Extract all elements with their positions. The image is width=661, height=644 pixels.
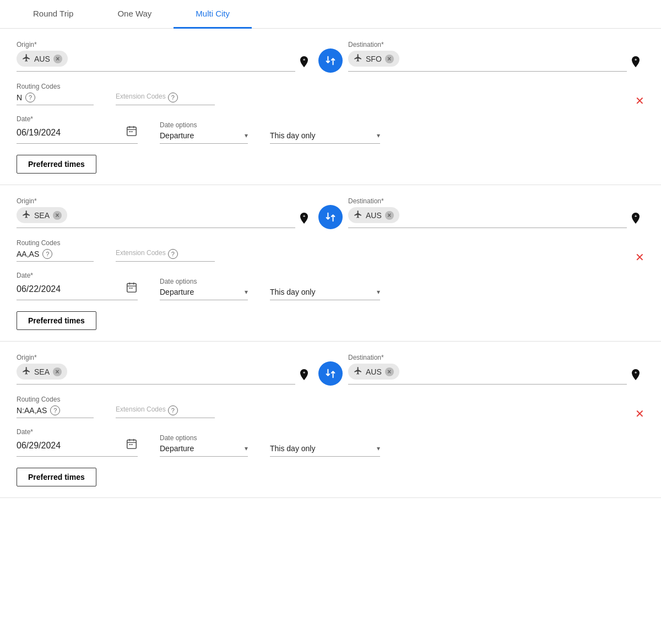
swap-btn-3[interactable] [318, 361, 343, 386]
destination-pin-3[interactable]: + [627, 357, 644, 381]
this-day-dropdown-icon-2: ▾ [377, 288, 380, 296]
destination-underline-1 [348, 71, 627, 72]
plane-icon-3 [22, 366, 31, 377]
date-value-2: 06/22/2024 [17, 284, 121, 294]
origin-close-btn-2[interactable]: × [53, 211, 62, 220]
extension-help-icon-3[interactable]: ? [168, 405, 178, 415]
origin-code-1: AUS [34, 55, 50, 63]
origin-chip-3[interactable]: SEA × [17, 364, 67, 380]
date-options-dropdown-icon-1: ▾ [245, 132, 248, 139]
origin-pin-3[interactable]: + [295, 357, 313, 381]
tab-round-trip[interactable]: Round Trip [11, 0, 95, 29]
tab-one-way[interactable]: One Way [95, 0, 174, 29]
this-day-placeholder-3: _ [270, 434, 380, 442]
routing-value-2: AA,AS [17, 250, 39, 258]
this-day-dropdown-icon-3: ▾ [377, 445, 380, 452]
destination-chip-3[interactable]: AUS × [348, 364, 399, 380]
extension-label-row-1: Extension Codes ? [116, 93, 215, 102]
extension-underline-2 [116, 261, 215, 262]
extension-help-icon-2[interactable]: ? [168, 249, 178, 259]
routing-help-icon-3[interactable]: ? [50, 405, 60, 415]
this-day-select-2[interactable]: This day only ▾ [270, 288, 380, 296]
date-field-2: Date* 06/22/2024 [17, 272, 138, 300]
calendar-icon-1[interactable] [126, 125, 138, 140]
destination-close-btn-1[interactable]: × [385, 55, 394, 63]
this-day-select-1[interactable]: This day only ▾ [270, 131, 380, 140]
origin-pin-1[interactable]: + [295, 44, 313, 68]
delete-btn-2[interactable]: ✕ [635, 251, 644, 264]
svg-rect-15 [131, 288, 133, 289]
routing-help-icon-2[interactable]: ? [42, 249, 52, 259]
origin-close-btn-1[interactable]: × [53, 55, 62, 63]
plane-icon-2 [22, 210, 31, 220]
svg-text:+: + [635, 214, 637, 219]
preferred-times-btn-3[interactable]: Preferred times [17, 468, 96, 486]
this-day-select-3[interactable]: This day only ▾ [270, 444, 380, 453]
date-underline-1 [17, 143, 138, 144]
origin-pin-2[interactable]: + [295, 201, 313, 225]
destination-field-3: Destination* AUS × [348, 354, 627, 385]
svg-text:+: + [635, 370, 637, 375]
this-day-placeholder-2: _ [270, 278, 380, 285]
date-field-inner-3: 06/29/2024 [17, 438, 138, 453]
origin-field-3: Origin* SEA × [17, 354, 295, 385]
origin-code-2: SEA [34, 211, 50, 220]
calendar-icon-3[interactable] [126, 438, 138, 453]
extension-underline-1 [116, 105, 215, 105]
svg-rect-22 [129, 444, 131, 445]
origin-field-1: Origin* AUS × [17, 41, 295, 72]
routing-field-inner-2: AA,AS ? [17, 249, 94, 259]
dest-plane-icon-1 [354, 53, 362, 64]
svg-text:+: + [303, 57, 306, 62]
destination-chip-1[interactable]: SFO × [348, 51, 399, 67]
date-value-1: 06/19/2024 [17, 128, 121, 138]
date-options-select-3[interactable]: Departure ▾ [160, 444, 248, 453]
segment-inner-2: Origin* SEA × + [17, 196, 644, 330]
destination-chip-2[interactable]: AUS × [348, 207, 399, 223]
origin-close-btn-3[interactable]: × [53, 367, 62, 376]
extension-label-3: Extension Codes [116, 405, 166, 413]
destination-label-3: Destination* [348, 354, 627, 361]
routing-help-icon-1[interactable]: ? [25, 93, 35, 102]
tab-bar: Round Trip One Way Multi City [0, 0, 661, 29]
delete-btn-3[interactable]: ✕ [635, 407, 644, 420]
destination-close-btn-3[interactable]: × [385, 367, 394, 376]
date-row-3: Date* 06/29/2024 Date options Departure … [17, 428, 644, 457]
destination-pin-1[interactable]: + [627, 44, 644, 68]
date-options-select-2[interactable]: Departure ▾ [160, 288, 248, 296]
date-label-2: Date* [17, 272, 138, 279]
tab-multi-city[interactable]: Multi City [174, 0, 252, 29]
routing-row-2: Routing Codes AA,AS ? Extension Codes ? [17, 239, 644, 262]
origin-chip-1[interactable]: AUS × [17, 51, 68, 67]
routing-label-2: Routing Codes [17, 239, 94, 247]
preferred-times-btn-1[interactable]: Preferred times [17, 155, 96, 174]
date-field-inner-2: 06/22/2024 [17, 282, 138, 296]
destination-pin-2[interactable]: + [627, 201, 644, 225]
routing-field-3: Routing Codes N:AA,AS ? [17, 396, 94, 418]
calendar-icon-2[interactable] [126, 282, 138, 296]
destination-underline-2 [348, 228, 627, 228]
this-day-dropdown-icon-1: ▾ [377, 132, 380, 139]
date-label-1: Date* [17, 115, 138, 123]
extension-field-2: Extension Codes ? [116, 249, 215, 262]
this-day-field-2: _ This day only ▾ [270, 278, 380, 300]
segment-1: Origin* AUS × + [0, 29, 661, 185]
plane-icon-1 [22, 53, 31, 64]
this-day-value-1: This day only [270, 131, 375, 140]
preferred-times-btn-2[interactable]: Preferred times [17, 311, 96, 330]
date-options-select-1[interactable]: Departure ▾ [160, 131, 248, 140]
svg-rect-23 [131, 444, 133, 445]
swap-btn-2[interactable] [318, 205, 343, 229]
extension-help-icon-1[interactable]: ? [168, 93, 178, 102]
this-day-field-1: _ This day only ▾ [270, 121, 380, 144]
this-day-value-2: This day only [270, 288, 375, 296]
segment-2: Origin* SEA × + [0, 185, 661, 342]
destination-close-btn-2[interactable]: × [385, 211, 394, 220]
extension-label-row-3: Extension Codes ? [116, 405, 215, 415]
swap-btn-1[interactable] [318, 48, 343, 73]
destination-field-1: Destination* SFO × [348, 41, 627, 72]
delete-btn-1[interactable]: ✕ [635, 94, 644, 107]
this-day-value-3: This day only [270, 444, 375, 453]
origin-chip-2[interactable]: SEA × [17, 207, 67, 223]
svg-text:+: + [635, 57, 637, 62]
